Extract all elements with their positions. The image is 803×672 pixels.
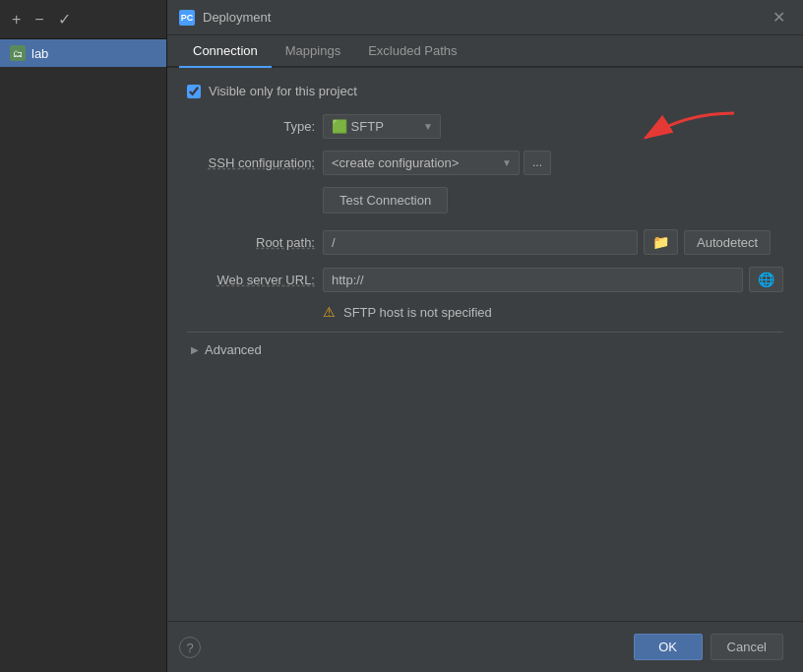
add-button[interactable]: + xyxy=(8,10,25,30)
visible-checkbox-label[interactable]: Visible only for this project xyxy=(209,84,357,98)
help-button[interactable]: ? xyxy=(179,637,201,658)
warning-text: SFTP host is not specified xyxy=(343,305,492,320)
type-select[interactable]: 🟩 SFTP xyxy=(323,114,441,139)
ssh-ellipsis-button[interactable]: ... xyxy=(524,151,551,174)
ssh-label: SSH configuration: xyxy=(187,155,315,170)
warning-icon: ⚠ xyxy=(323,304,336,320)
titlebar: PC Deployment ✕ xyxy=(167,0,803,35)
root-path-controls: 📁 Autodetect xyxy=(323,229,783,255)
test-connection-row: Test Connection xyxy=(187,187,783,214)
window-title: Deployment xyxy=(203,10,271,25)
deployment-dialog: PC Deployment ✕ Connection Mappings Excl… xyxy=(167,0,803,672)
autodetect-button[interactable]: Autodetect xyxy=(684,230,771,255)
sidebar-toolbar: + − ✓ xyxy=(0,0,166,39)
tab-mappings[interactable]: Mappings xyxy=(272,35,354,68)
type-row: Type: 🟩 SFTP ▼ xyxy=(187,114,783,139)
root-path-input[interactable] xyxy=(323,230,638,255)
web-url-label: Web server URL: xyxy=(187,273,315,287)
sidebar-item-lab[interactable]: 🗂 lab xyxy=(0,39,166,67)
sidebar: + − ✓ 🗂 lab xyxy=(0,0,167,672)
ssh-controls: <create configuration> ▼ ... xyxy=(323,151,551,175)
ok-button[interactable]: OK xyxy=(634,634,703,660)
tab-connection[interactable]: Connection xyxy=(179,35,272,68)
test-connection-button[interactable]: Test Connection xyxy=(323,187,448,214)
type-select-wrapper: 🟩 SFTP ▼ xyxy=(323,114,441,139)
web-url-row: Web server URL: 🌐 xyxy=(187,267,783,292)
open-url-button[interactable]: 🌐 xyxy=(749,267,783,292)
warning-row: ⚠ SFTP host is not specified xyxy=(187,304,783,320)
advanced-label: Advanced xyxy=(205,342,262,357)
url-controls: 🌐 xyxy=(323,267,783,292)
content-area: Visible only for this project Type: 🟩 SF… xyxy=(167,68,803,621)
sidebar-item-label: lab xyxy=(31,46,48,61)
titlebar-left: PC Deployment xyxy=(179,10,271,26)
root-path-row: Root path: 📁 Autodetect xyxy=(187,229,783,255)
root-path-label: Root path: xyxy=(187,235,315,250)
ssh-row: SSH configuration: <create configuration… xyxy=(187,151,783,175)
visible-checkbox-row: Visible only for this project xyxy=(187,84,783,98)
visible-checkbox[interactable] xyxy=(187,85,201,98)
type-label: Type: xyxy=(187,119,315,134)
lab-icon: 🗂 xyxy=(10,45,26,61)
ssh-select-wrapper: <create configuration> ▼ xyxy=(323,151,520,175)
section-divider xyxy=(187,332,783,333)
tab-bar: Connection Mappings Excluded Paths xyxy=(167,35,803,68)
cancel-button[interactable]: Cancel xyxy=(710,634,783,660)
dialog-footer: OK Cancel xyxy=(167,621,803,672)
folder-browse-button[interactable]: 📁 xyxy=(644,229,678,255)
close-button[interactable]: ✕ xyxy=(767,6,791,29)
tab-excluded-paths[interactable]: Excluded Paths xyxy=(354,35,470,68)
confirm-button[interactable]: ✓ xyxy=(54,10,75,30)
remove-button[interactable]: − xyxy=(31,10,47,30)
advanced-row[interactable]: ▶ Advanced xyxy=(187,342,783,357)
web-url-input[interactable] xyxy=(323,268,743,292)
ssh-select[interactable]: <create configuration> xyxy=(323,151,520,175)
advanced-triangle-icon: ▶ xyxy=(191,344,199,355)
app-icon: PC xyxy=(179,10,195,26)
